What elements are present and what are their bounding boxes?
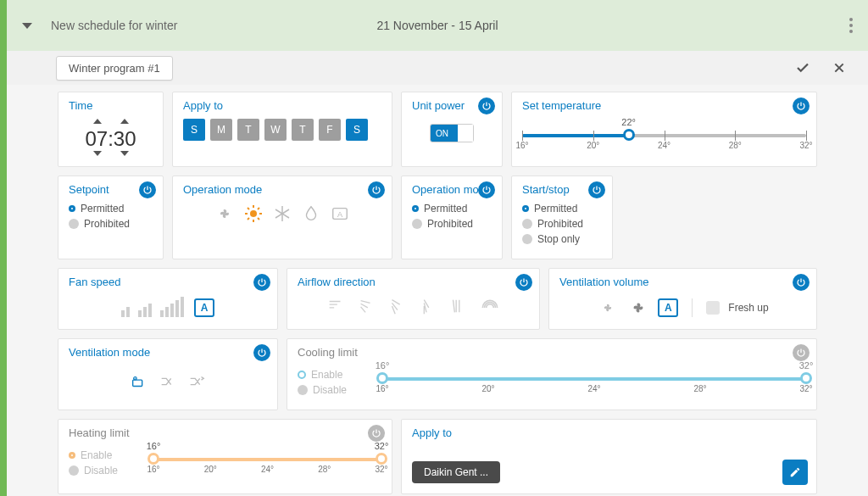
freshup-checkbox[interactable] xyxy=(706,301,720,315)
vent-auto-icon[interactable]: A xyxy=(658,298,678,317)
op-mode-title: Operation mode xyxy=(183,183,381,196)
apply-units-title: Apply to xyxy=(412,426,806,439)
cool-disable[interactable]: Disable xyxy=(298,384,374,396)
startstop-card: Start/stop Permitted Prohibited Stop onl… xyxy=(511,176,613,259)
min-up-icon[interactable] xyxy=(120,119,129,124)
power-icon[interactable] xyxy=(478,181,495,198)
cooling-title: Cooling limit xyxy=(298,346,806,359)
fan-mode-icon[interactable] xyxy=(214,203,236,225)
cool-thumb-high[interactable] xyxy=(800,372,812,384)
op-mode-perm-card: Operation mode Permitted Prohibited xyxy=(401,176,503,259)
power-icon[interactable] xyxy=(515,274,532,291)
program-bar: Winter program #1 xyxy=(7,51,868,85)
auto-mode-icon[interactable]: A xyxy=(329,203,351,225)
heat-slider[interactable]: 16° 32° 16° 20° 24° 28° 32° xyxy=(153,446,381,475)
fan-speed-bars[interactable]: A xyxy=(69,297,267,317)
time-value: 07:30 xyxy=(69,127,153,151)
setpoint-prohibited[interactable]: Prohibited xyxy=(69,218,153,230)
vent-low-icon[interactable] xyxy=(597,297,619,319)
fan-speed-card: Fan speed A xyxy=(58,268,278,330)
day-tue[interactable]: T xyxy=(237,119,259,141)
apply-days-card: Apply to S M T W T F S xyxy=(172,92,392,167)
more-menu-icon[interactable] xyxy=(849,18,853,33)
power-icon[interactable] xyxy=(253,344,270,361)
svg-line-6 xyxy=(258,218,259,220)
vent-mode-1-icon[interactable]: A xyxy=(128,371,150,393)
apply-days-title: Apply to xyxy=(183,99,381,112)
vent-mode-title: Ventilation mode xyxy=(69,346,267,359)
day-sun[interactable]: S xyxy=(183,119,205,141)
cooling-limit-card: Cooling limit Enable Disable 16° 32° 16°… xyxy=(287,338,817,410)
vent-mode-2-icon[interactable] xyxy=(157,371,179,393)
cancel-button[interactable] xyxy=(832,61,846,75)
set-temp-card: Set temperature 22° 16° 20° 24° 28° 32° xyxy=(511,92,817,167)
heat-thumb-high[interactable] xyxy=(376,453,387,465)
power-icon[interactable] xyxy=(368,425,385,442)
setpoint-permitted[interactable]: Permitted xyxy=(69,203,153,215)
hour-down-icon[interactable] xyxy=(93,151,102,156)
heating-limit-card: Heating limit Enable Disable 16° 32° 16°… xyxy=(58,419,392,494)
power-icon[interactable] xyxy=(793,274,810,291)
power-toggle[interactable]: ON xyxy=(430,124,474,142)
dry-mode-icon[interactable] xyxy=(300,203,322,225)
schedule-date-range: 21 November - 15 April xyxy=(376,19,498,32)
day-mon[interactable]: M xyxy=(210,119,232,141)
toggle-on-label: ON xyxy=(431,125,458,142)
power-icon[interactable] xyxy=(793,98,810,114)
power-icon[interactable] xyxy=(368,181,385,198)
edit-button[interactable] xyxy=(782,460,808,485)
cool-slider[interactable]: 16° 32° 16° 20° 24° 28° 32° xyxy=(382,365,806,394)
collapse-arrow-icon[interactable] xyxy=(22,23,32,29)
power-icon[interactable] xyxy=(139,181,156,198)
day-sat[interactable]: S xyxy=(346,119,368,141)
heat-thumb-low[interactable] xyxy=(147,453,159,465)
ss-permitted[interactable]: Permitted xyxy=(522,203,602,215)
slider-thumb[interactable] xyxy=(623,129,635,141)
cool-enable[interactable]: Enable xyxy=(298,369,374,381)
opmode-permitted[interactable]: Permitted xyxy=(412,203,492,215)
fan-auto-icon[interactable]: A xyxy=(194,298,214,317)
opmode-prohibited[interactable]: Prohibited xyxy=(412,218,492,230)
temp-slider[interactable]: 22° 16° 20° 24° 28° 32° xyxy=(522,122,806,151)
heat-enable[interactable]: Enable xyxy=(69,449,145,461)
power-icon[interactable] xyxy=(478,98,495,114)
time-title: Time xyxy=(69,99,153,112)
vent-volume-card: Ventilation volume A Fresh up xyxy=(548,268,817,330)
set-temp-title: Set temperature xyxy=(522,99,806,112)
heat-disable[interactable]: Disable xyxy=(69,465,145,476)
apply-units-card: Apply to Daikin Gent ... xyxy=(401,419,817,494)
cool-thumb-low[interactable] xyxy=(376,372,388,384)
vent-mode-card: Ventilation mode A xyxy=(58,338,278,410)
power-icon[interactable] xyxy=(793,344,810,361)
schedule-header: New schedule for winter 21 November - 15… xyxy=(7,0,868,51)
confirm-button[interactable] xyxy=(795,60,810,75)
airflow-title: Airflow direction xyxy=(298,276,529,288)
fan-speed-title: Fan speed xyxy=(69,276,267,288)
ss-stoponly[interactable]: Stop only xyxy=(522,233,602,245)
program-tab[interactable]: Winter program #1 xyxy=(56,56,173,81)
power-icon[interactable] xyxy=(588,181,605,198)
schedule-title: New schedule for winter xyxy=(51,19,177,32)
day-wed[interactable]: W xyxy=(264,119,287,141)
airflow-card: Airflow direction xyxy=(287,268,540,330)
svg-line-5 xyxy=(248,208,249,209)
time-card: Time 07:30 xyxy=(58,92,164,167)
svg-rect-14 xyxy=(133,380,142,386)
svg-line-7 xyxy=(248,218,249,220)
heat-mode-icon[interactable] xyxy=(242,203,264,225)
day-thu[interactable]: T xyxy=(292,119,314,141)
day-fri[interactable]: F xyxy=(319,119,341,141)
vent-high-icon[interactable] xyxy=(627,297,649,319)
unit-chip[interactable]: Daikin Gent ... xyxy=(412,461,500,483)
heating-title: Heating limit xyxy=(69,426,381,439)
hour-up-icon[interactable] xyxy=(93,119,102,124)
ss-prohibited[interactable]: Prohibited xyxy=(522,218,602,230)
op-mode-icons-card: Operation mode A xyxy=(172,176,392,259)
airflow-icons[interactable] xyxy=(298,297,529,319)
freshup-label: Fresh up xyxy=(728,302,768,314)
vent-mode-3-icon[interactable] xyxy=(186,371,208,393)
min-down-icon[interactable] xyxy=(120,151,129,156)
power-icon[interactable] xyxy=(253,274,270,291)
cool-mode-icon[interactable] xyxy=(271,203,293,225)
temp-value: 22° xyxy=(621,117,636,127)
